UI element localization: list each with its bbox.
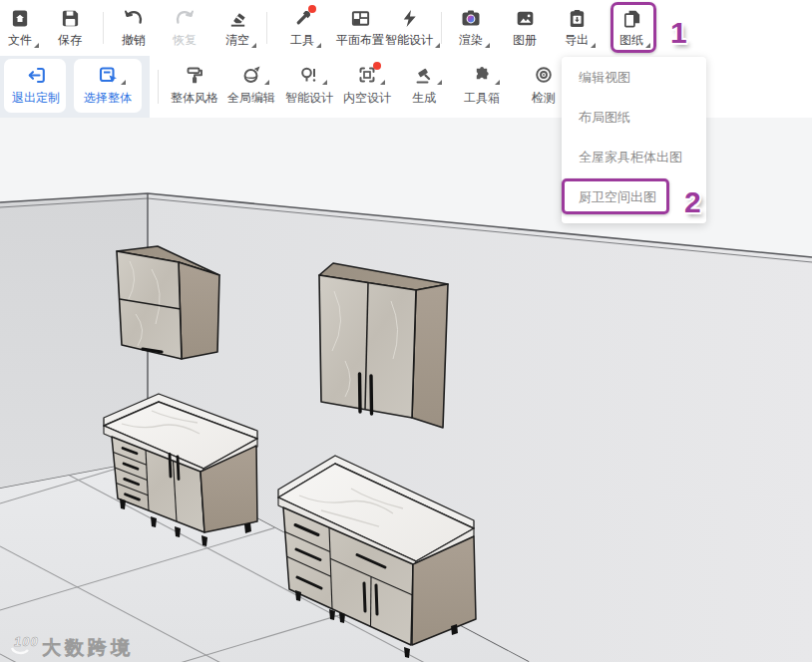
globe-edit-icon [240, 64, 262, 86]
toolbar-button-drawings[interactable]: 图纸 [619, 7, 643, 49]
button-overall-style[interactable]: 整体风格 [171, 64, 218, 107]
paint-roller-icon [184, 64, 205, 86]
toolbar-button-export[interactable]: 导出 [565, 7, 589, 49]
dropdown-caret [264, 80, 269, 85]
toolbar-button-save[interactable]: 保存 [58, 7, 82, 49]
toolbar-divider [158, 70, 159, 104]
puzzle-icon [471, 64, 493, 86]
button-detect[interactable]: 检测 [532, 64, 556, 107]
button-ai-design[interactable]: 智能设计 [285, 64, 333, 107]
toolbar-button-tools[interactable]: 工具 [290, 7, 314, 49]
design-app-window: 100 大数跨境 文件 保存 撤销 [0, 0, 812, 662]
camera-icon [460, 7, 482, 29]
drawings-icon [620, 7, 642, 29]
wall-cabinet-right[interactable] [319, 263, 448, 428]
dropdown-caret [251, 43, 256, 48]
eraser-icon [226, 7, 248, 29]
notification-dot [308, 5, 316, 13]
floorplan-icon [349, 7, 371, 29]
save-icon [59, 7, 81, 29]
generate-icon [413, 64, 435, 86]
menu-item-kitchen-bath-drawing[interactable]: 厨卫空间出图 [562, 177, 706, 217]
toolbar-button-file[interactable]: 文件 [8, 7, 32, 49]
export-icon [566, 7, 588, 29]
button-exit-customization[interactable]: 退出定制 [12, 64, 60, 107]
dropdown-caret [645, 43, 650, 48]
dropdown-caret [316, 43, 321, 48]
toolbar-button-album[interactable]: 图册 [513, 7, 537, 49]
toolbar-primary: 文件 保存 撤销 恢复 清空 [0, 0, 812, 57]
dropdown-caret [437, 80, 442, 85]
button-global-edit[interactable]: 全局编辑 [227, 64, 275, 107]
toolbar-button-floor-plan[interactable]: 平面布置 [336, 7, 384, 49]
dropdown-caret [34, 43, 39, 48]
toolbar-divider [441, 12, 442, 44]
ai-design-icon [298, 64, 320, 86]
select-whole-icon [97, 64, 119, 86]
toolbar-divider [266, 12, 267, 44]
notification-dot [373, 62, 381, 70]
toolbar-button-render[interactable]: 渲染 [459, 7, 483, 49]
toolbar-button-smart-design[interactable]: 智能设计 [385, 7, 433, 49]
button-interior-space-design[interactable]: 内空设计 [343, 64, 391, 107]
exit-icon [25, 64, 47, 86]
dropdown-caret [485, 43, 490, 48]
menu-item-edit-view[interactable]: 编辑视图 [562, 58, 706, 98]
dropdown-caret [495, 80, 500, 85]
toolbar-button-redo[interactable]: 恢复 [173, 7, 197, 49]
interior-space-icon [356, 64, 378, 86]
menu-item-whole-house-cabinet-drawing[interactable]: 全屋家具柜体出图 [562, 138, 706, 177]
toolbar-button-clear[interactable]: 清空 [225, 7, 249, 49]
watermark-text: 大数跨境 [42, 637, 134, 658]
dropdown-caret [121, 80, 126, 85]
redo-icon [174, 7, 196, 29]
toolbar-button-undo[interactable]: 撤销 [122, 7, 146, 49]
svg-text:100: 100 [14, 634, 39, 649]
album-icon [514, 7, 536, 29]
wrench-icon [291, 7, 313, 29]
drawings-dropdown-menu: 编辑视图 布局图纸 全屋家具柜体出图 厨卫空间出图 [562, 57, 706, 223]
toolbar-divider [103, 12, 104, 44]
file-icon [9, 7, 31, 29]
dropdown-caret [380, 80, 385, 85]
lightning-icon [398, 7, 420, 29]
button-generate[interactable]: 生成 [412, 64, 436, 107]
menu-item-layout-drawings[interactable]: 布局图纸 [562, 98, 706, 138]
button-toolbox[interactable]: 工具箱 [464, 64, 500, 107]
dropdown-caret [435, 43, 440, 48]
detect-icon [533, 64, 555, 86]
button-select-whole[interactable]: 选择整体 [84, 64, 132, 107]
dropdown-caret [322, 80, 327, 85]
dropdown-caret [591, 43, 596, 48]
undo-icon [123, 7, 145, 29]
